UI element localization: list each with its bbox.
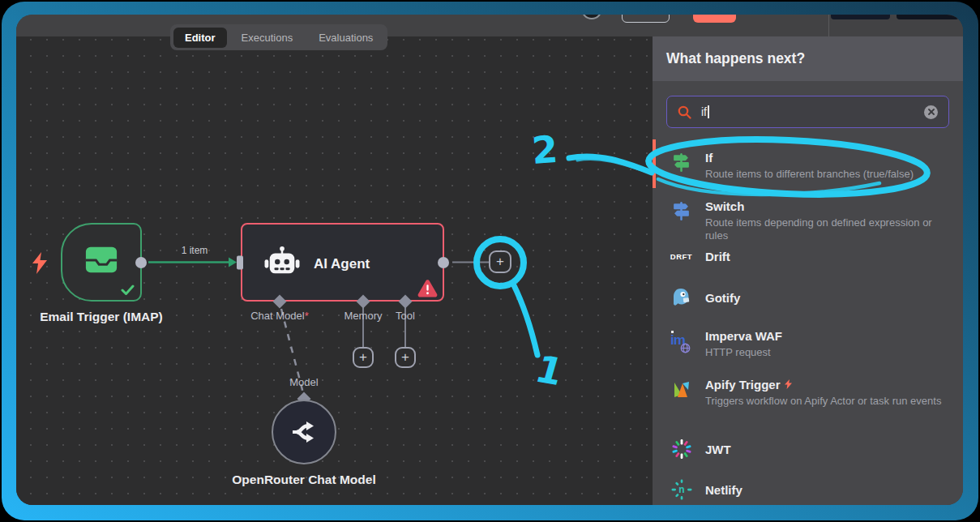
switch-icon [670,201,692,242]
ai-input-port[interactable] [237,255,243,269]
tab-editor[interactable]: Editor [173,28,227,48]
success-check-icon [121,285,135,296]
item-title: Switch [705,199,942,214]
add-tool-button[interactable]: + [395,347,416,368]
connection-items-label: 1 item [162,245,227,256]
share-button-partial[interactable] [622,15,670,23]
item-title: JWT [705,442,942,457]
warning-icon [417,279,438,297]
view-tabs: Editor Executions Evaluations [170,24,387,50]
netlify-icon: n [670,479,692,500]
save-button-partial[interactable] [693,15,736,23]
email-output-port[interactable] [135,257,147,268]
add-node-button[interactable]: + [489,250,511,273]
gotify-icon [670,287,692,308]
text-caret [708,105,709,118]
clear-search-button[interactable] [924,105,938,119]
inbox-icon [83,242,120,276]
item-title: If [705,150,942,165]
list-item-switch[interactable]: Switch Route items depending on defined … [653,199,963,242]
tab-evaluations[interactable]: Evaluations [307,28,384,48]
item-title: Drift [705,249,942,264]
item-description: HTTP request [705,346,942,359]
if-icon [670,152,692,181]
chat-model-port-label: Chat Model* [215,310,344,322]
item-title: Apify Trigger [705,377,942,392]
node-email-trigger[interactable] [61,223,142,302]
app-window: 1 item Email Trigger (IMAP) [16,15,963,505]
panel-body: if [653,81,963,505]
chat-model-label-text: Chat Model [250,310,304,322]
item-title: Gotify [705,290,942,306]
svg-text:n: n [678,484,684,495]
node-ai-agent[interactable]: AI Agent [241,223,444,302]
item-title: Imperva WAF [705,328,942,344]
drift-icon: DR FT [670,252,692,261]
item-description: Route items to different branches (true/… [705,168,942,181]
apify-title-text: Apify Trigger [705,378,781,392]
drift-wordmark-left: DR [670,252,683,261]
list-item-if[interactable]: If Route items to different branches (tr… [653,150,963,181]
panel-header: What happens next? [653,36,963,81]
topbar [16,15,963,36]
tool-port-label: Tool [381,310,430,322]
add-memory-button[interactable]: + [353,347,374,368]
panel-title: What happens next? [653,36,963,81]
imperva-icon: im [670,331,692,359]
list-item-apify-trigger[interactable]: Apify Trigger Triggers workflow on Apify… [653,377,963,408]
node-picker-panel: What happens next? if [653,36,963,505]
search-query-text: if [701,105,707,118]
jwt-icon [670,439,692,460]
item-description: Triggers workflow on Apify Actor or task… [705,395,942,408]
search-input[interactable]: if [666,96,949,128]
list-item-netlify[interactable]: n Netlify [653,478,963,501]
list-item-imperva-waf[interactable]: im Imperva WAF HTTP request [653,328,963,359]
list-item-gotify[interactable]: Gotify [653,286,963,309]
workflow-canvas[interactable]: 1 item Email Trigger (IMAP) [16,36,653,505]
openrouter-node-label: OpenRouter Chat Model [223,472,385,488]
model-port-label: Model [272,376,336,388]
tab-executions[interactable]: Executions [230,28,305,48]
item-description: Route items depending on defined express… [705,216,942,242]
drift-wordmark-right: FT [683,252,693,261]
required-asterisk: * [305,310,309,322]
trigger-bolt-icon [785,379,792,389]
ai-output-port[interactable] [438,257,449,268]
trigger-bolt-icon [31,252,49,274]
avatar[interactable] [581,15,602,19]
node-openrouter-chat-model[interactable] [272,400,336,464]
ai-agent-node-label: AI Agent [314,225,370,303]
list-item-jwt[interactable]: JWT [653,438,963,460]
topbar-divider [828,15,829,36]
close-icon [928,109,935,115]
search-icon [678,105,691,119]
email-node-label: Email Trigger (IMAP) [20,310,182,324]
robot-icon [263,246,301,280]
top-right-button-partial-1[interactable] [831,15,890,19]
openrouter-icon [289,418,319,446]
item-title: Netlify [705,482,942,498]
list-item-drift[interactable]: DR FT Drift [653,246,963,267]
top-right-button-partial-2[interactable] [897,15,959,19]
apify-icon [670,379,692,408]
